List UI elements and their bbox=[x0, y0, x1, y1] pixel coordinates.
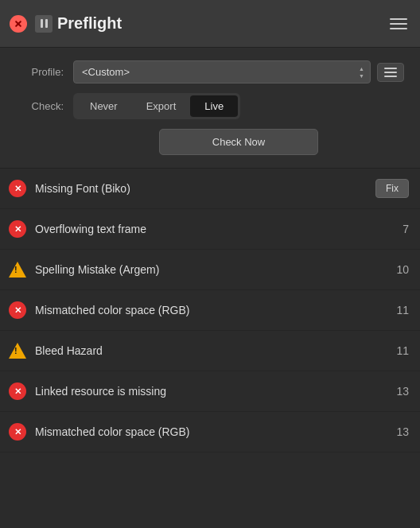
check-label: Check: bbox=[16, 100, 64, 112]
error-icon bbox=[9, 301, 26, 319]
check-button-group: Never Export Live bbox=[73, 93, 240, 119]
error-text: Overflowing text frame bbox=[35, 223, 396, 235]
pause-button[interactable] bbox=[35, 15, 52, 33]
menu-line-3 bbox=[390, 28, 407, 29]
menu-line-1 bbox=[390, 18, 407, 20]
controls-panel: Profile: <Custom> Check: Never Export Li… bbox=[0, 48, 420, 169]
profile-select-container: <Custom> bbox=[73, 60, 371, 83]
error-text: Mismatched color space (RGB) bbox=[35, 304, 390, 316]
error-item[interactable]: Overflowing text frame7 bbox=[0, 209, 420, 250]
error-item[interactable]: Bleed Hazard11 bbox=[0, 331, 420, 371]
error-item[interactable]: Mismatched color space (RGB)13 bbox=[0, 412, 420, 452]
profile-label: Profile: bbox=[16, 66, 64, 78]
check-never-button[interactable]: Never bbox=[76, 95, 132, 117]
error-item[interactable]: Missing Font (Biko)Fix bbox=[0, 169, 420, 209]
hamburger-menu-button[interactable] bbox=[387, 15, 410, 33]
panel-title: Preflight bbox=[57, 14, 387, 33]
check-now-row: Check Now bbox=[16, 129, 404, 155]
error-count: 13 bbox=[396, 385, 409, 398]
error-count: 7 bbox=[402, 223, 409, 235]
profile-menu-line-1 bbox=[384, 68, 397, 69]
error-text: Mismatched color space (RGB) bbox=[35, 425, 390, 438]
profile-menu-line-2 bbox=[384, 72, 397, 73]
error-icon bbox=[9, 423, 26, 441]
check-export-button[interactable]: Export bbox=[132, 95, 191, 117]
error-item[interactable]: Mismatched color space (RGB)11 bbox=[0, 290, 420, 331]
check-live-button[interactable]: Live bbox=[190, 95, 238, 117]
profile-menu-button[interactable] bbox=[377, 63, 404, 82]
error-text: Spelling Mistake (Argem) bbox=[35, 263, 390, 276]
error-text: Bleed Hazard bbox=[35, 344, 390, 357]
title-bar-controls bbox=[10, 15, 52, 33]
warning-icon bbox=[9, 262, 26, 278]
error-icon bbox=[9, 180, 26, 197]
fix-button[interactable]: Fix bbox=[375, 179, 409, 198]
profile-select-wrapper: <Custom> bbox=[73, 60, 404, 83]
error-text: Missing Font (Biko) bbox=[35, 182, 369, 195]
error-item[interactable]: Spelling Mistake (Argem)10 bbox=[0, 250, 420, 290]
close-button[interactable] bbox=[10, 15, 27, 33]
profile-select[interactable]: <Custom> bbox=[73, 60, 371, 83]
error-item[interactable]: Linked resource is missing13 bbox=[0, 371, 420, 412]
menu-line-2 bbox=[390, 23, 407, 25]
profile-menu-line-3 bbox=[384, 76, 397, 77]
error-icon bbox=[9, 220, 26, 238]
check-row: Check: Never Export Live bbox=[16, 93, 404, 119]
error-count: 13 bbox=[396, 425, 409, 438]
warning-icon bbox=[9, 343, 26, 359]
error-count: 11 bbox=[396, 344, 409, 357]
error-list: Missing Font (Biko)FixOverflowing text f… bbox=[0, 169, 420, 452]
error-count: 11 bbox=[396, 304, 409, 316]
error-text: Linked resource is missing bbox=[35, 385, 390, 398]
error-icon bbox=[9, 382, 26, 400]
profile-row: Profile: <Custom> bbox=[16, 60, 404, 83]
pause-bar-right bbox=[45, 19, 48, 28]
error-count: 10 bbox=[396, 263, 409, 276]
check-now-button[interactable]: Check Now bbox=[159, 129, 318, 155]
pause-bar-left bbox=[41, 19, 43, 28]
title-bar: Preflight bbox=[0, 0, 420, 48]
